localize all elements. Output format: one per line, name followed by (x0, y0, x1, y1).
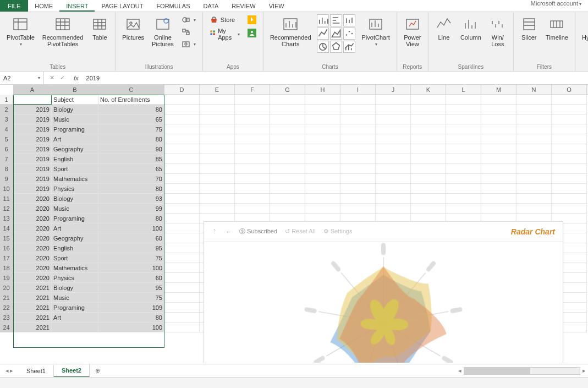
cell[interactable] (270, 194, 305, 204)
cell[interactable] (376, 164, 411, 174)
column-header[interactable]: N (516, 85, 552, 94)
cell[interactable]: 2021 (13, 323, 52, 332)
cell[interactable] (164, 323, 200, 332)
myapps-button[interactable]: My Apps▾ (207, 26, 242, 42)
cell[interactable] (411, 95, 446, 105)
cell[interactable]: 2020 (13, 194, 52, 204)
cell[interactable]: Subject (52, 95, 98, 105)
column-header[interactable]: I (340, 85, 376, 94)
cell[interactable] (340, 114, 376, 124)
cell[interactable]: Art (52, 313, 98, 323)
cell[interactable] (340, 105, 376, 114)
cell[interactable] (446, 174, 481, 184)
cell[interactable] (340, 154, 376, 164)
cell[interactable] (481, 194, 516, 204)
add-sheet-button[interactable]: ⊕ (90, 367, 106, 374)
cell[interactable] (235, 114, 270, 124)
column-header[interactable]: D (164, 85, 200, 94)
bar-chart-icon[interactable] (330, 14, 342, 26)
cell[interactable] (552, 95, 587, 105)
cell[interactable] (305, 194, 340, 204)
row-header[interactable]: 21 (0, 293, 13, 303)
row-header[interactable]: 8 (0, 164, 13, 174)
cell[interactable]: 80 (98, 134, 164, 144)
cell[interactable] (235, 154, 270, 164)
cell[interactable] (376, 124, 411, 134)
column-header[interactable]: H (305, 85, 340, 94)
cell[interactable]: 2020 (13, 204, 52, 214)
cell[interactable] (411, 184, 446, 194)
cell[interactable]: 80 (98, 184, 164, 194)
cell[interactable] (235, 95, 270, 105)
cell[interactable] (270, 154, 305, 164)
cell[interactable] (376, 134, 411, 144)
tab-view[interactable]: VIEW (262, 0, 291, 12)
column-header[interactable]: C (98, 85, 164, 94)
cell[interactable]: Physics (52, 273, 98, 283)
cell[interactable] (235, 184, 270, 194)
cell[interactable]: 60 (98, 233, 164, 243)
cell[interactable] (411, 194, 446, 204)
online-pictures-button[interactable]: Online Pictures (150, 14, 176, 48)
cell[interactable]: 75 (98, 293, 164, 303)
cell[interactable] (376, 184, 411, 194)
cell[interactable]: 2021 (13, 303, 52, 313)
tab-insert[interactable]: INSERT (59, 0, 95, 12)
cell[interactable]: Programing (52, 124, 98, 134)
sheet-tab-2[interactable]: Sheet2 (54, 364, 90, 378)
cell[interactable]: Art (52, 134, 98, 144)
cell[interactable]: 75 (98, 124, 164, 134)
cell[interactable] (411, 124, 446, 134)
cell[interactable] (340, 144, 376, 154)
cell[interactable]: 60 (98, 273, 164, 283)
enter-icon[interactable]: ✓ (60, 74, 65, 81)
cell[interactable] (411, 154, 446, 164)
cell[interactable]: 65 (98, 164, 164, 174)
cell[interactable] (516, 134, 552, 144)
cell[interactable] (516, 144, 552, 154)
cell[interactable]: 100 (98, 263, 164, 273)
cell[interactable] (340, 95, 376, 105)
cell[interactable] (164, 263, 200, 273)
cell[interactable] (164, 164, 200, 174)
cell[interactable]: 2019 (13, 154, 52, 164)
cell[interactable] (340, 184, 376, 194)
cell[interactable] (376, 95, 411, 105)
cell[interactable]: 80 (98, 105, 164, 114)
cell[interactable]: Biology (52, 194, 98, 204)
cell[interactable] (481, 174, 516, 184)
cell[interactable] (305, 154, 340, 164)
cell[interactable] (446, 124, 481, 134)
cell[interactable] (411, 134, 446, 144)
cell[interactable]: 2020 (13, 214, 52, 223)
column-header[interactable]: O (552, 85, 587, 94)
cell[interactable]: 70 (98, 174, 164, 184)
column-header[interactable]: L (446, 85, 481, 94)
column-header[interactable]: A (13, 85, 52, 94)
cell[interactable]: 93 (98, 194, 164, 204)
cell[interactable] (481, 184, 516, 194)
sparkline-line-button[interactable]: Line (433, 14, 455, 42)
reset-button[interactable]: ↺ Reset All (285, 228, 315, 235)
cell[interactable] (164, 223, 200, 233)
area-chart-icon[interactable] (330, 28, 342, 40)
cell[interactable] (164, 214, 200, 223)
sparkline-column-button[interactable]: Column (458, 14, 483, 42)
cell[interactable] (516, 114, 552, 124)
cell[interactable] (446, 194, 481, 204)
cell[interactable] (200, 114, 235, 124)
cell[interactable] (164, 233, 200, 243)
cell[interactable] (481, 114, 516, 124)
cell[interactable] (235, 124, 270, 134)
column-chart-icon[interactable] (317, 14, 329, 26)
row-header[interactable]: 13 (0, 214, 13, 223)
cell[interactable]: 2020 (13, 273, 52, 283)
row-header[interactable]: 2 (0, 105, 13, 114)
cell[interactable] (200, 105, 235, 114)
smartart-button[interactable] (179, 26, 198, 37)
cell[interactable] (164, 293, 200, 303)
cell[interactable] (164, 105, 200, 114)
row-header[interactable]: 1 (0, 95, 13, 105)
cell[interactable] (305, 174, 340, 184)
cell[interactable]: Biology (52, 283, 98, 293)
